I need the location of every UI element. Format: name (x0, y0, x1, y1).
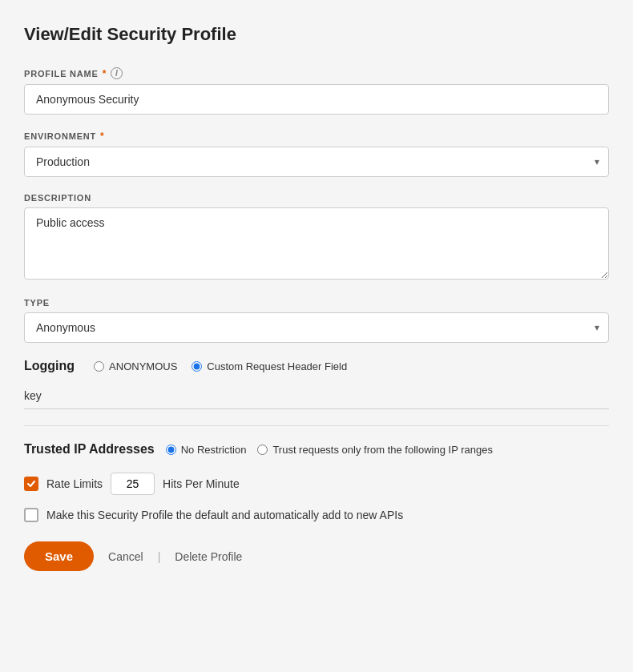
logging-label: Logging (24, 359, 75, 373)
env-required-star: * (100, 131, 104, 142)
actions-row: Save Cancel | Delete Profile (24, 541, 609, 571)
description-section: DESCRIPTION Public access (24, 193, 609, 282)
profile-name-label: PROFILE NAME * i (24, 67, 609, 79)
profile-name-section: PROFILE NAME * i (24, 67, 609, 115)
rate-limits-checkbox[interactable] (24, 477, 38, 491)
profile-name-input[interactable] (24, 84, 609, 115)
type-select[interactable]: Anonymous API Key OAuth (24, 312, 609, 343)
pipe-divider: | (158, 550, 161, 563)
logging-custom-label[interactable]: Custom Request Header Field (207, 360, 347, 372)
trusted-ip-title: Trusted IP Addresses (24, 442, 155, 457)
rate-limits-row: Rate Limits Hits Per Minute (24, 473, 609, 495)
environment-section: ENVIRONMENT * Production Staging Develop… (24, 131, 609, 177)
environment-select-wrapper: Production Staging Development ▾ (24, 147, 609, 177)
description-textarea[interactable]: Public access (24, 207, 609, 280)
logging-section: Logging ANONYMOUS Custom Request Header … (24, 359, 609, 409)
trust-ranges-label[interactable]: Trust requests only from the following I… (272, 444, 493, 456)
logging-anonymous-radio-group: ANONYMOUS (94, 360, 177, 372)
no-restriction-label[interactable]: No Restriction (181, 444, 247, 456)
no-restriction-radio-group: No Restriction (166, 444, 247, 456)
default-profile-checkbox[interactable] (24, 508, 38, 522)
trusted-ip-row: Trusted IP Addresses No Restriction Trus… (24, 442, 609, 457)
trust-ranges-radio[interactable] (257, 445, 268, 455)
logging-custom-radio-group: Custom Request Header Field (192, 360, 347, 372)
save-button[interactable]: Save (24, 541, 94, 571)
trusted-ip-section: Trusted IP Addresses No Restriction Trus… (24, 442, 609, 457)
logging-anonymous-label[interactable]: ANONYMOUS (109, 360, 177, 372)
type-label: TYPE (24, 298, 609, 308)
type-select-wrapper: Anonymous API Key OAuth ▾ (24, 312, 609, 343)
description-label: DESCRIPTION (24, 193, 609, 203)
logging-row: Logging ANONYMOUS Custom Request Header … (24, 359, 609, 373)
default-profile-row: Make this Security Profile the default a… (24, 508, 609, 522)
page-title: View/Edit Security Profile (24, 24, 609, 45)
type-section: TYPE Anonymous API Key OAuth ▾ (24, 298, 609, 343)
logging-anonymous-radio[interactable] (94, 361, 104, 372)
no-restriction-radio[interactable] (166, 445, 176, 455)
hits-per-minute-label: Hits Per Minute (163, 477, 240, 490)
rate-limits-value-input[interactable] (111, 473, 155, 495)
logging-key-input[interactable] (24, 383, 609, 409)
trust-ranges-radio-group: Trust requests only from the following I… (257, 444, 493, 456)
environment-select[interactable]: Production Staging Development (24, 147, 609, 177)
info-icon[interactable]: i (111, 67, 123, 79)
default-profile-label: Make this Security Profile the default a… (46, 509, 403, 521)
logging-custom-radio[interactable] (192, 361, 202, 372)
required-star: * (103, 68, 107, 79)
rate-limits-label: Rate Limits (46, 477, 103, 490)
divider-1 (24, 425, 609, 426)
delete-profile-link[interactable]: Delete Profile (175, 550, 242, 563)
environment-label: ENVIRONMENT * (24, 131, 609, 142)
cancel-link[interactable]: Cancel (108, 550, 143, 563)
